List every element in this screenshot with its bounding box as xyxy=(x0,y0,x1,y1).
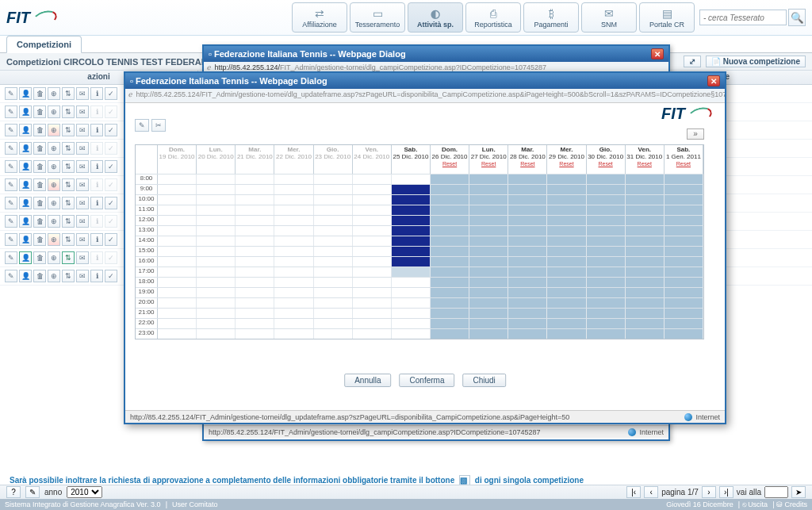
row-action[interactable]: 🗑 xyxy=(33,105,46,118)
row-action[interactable]: ✓ xyxy=(105,124,117,136)
row-action[interactable]: ✎ xyxy=(5,105,17,118)
calendar-cell[interactable] xyxy=(547,185,586,194)
calendar-cell[interactable] xyxy=(626,174,665,184)
calendar-cell[interactable] xyxy=(158,226,197,236)
close-icon[interactable]: ✕ xyxy=(707,75,720,86)
calendar-reset-link[interactable]: Reset xyxy=(547,161,585,167)
calendar-cell[interactable] xyxy=(547,309,586,318)
calendar-cell[interactable] xyxy=(236,278,274,287)
row-action[interactable]: ✎ xyxy=(5,270,17,282)
row-action[interactable]: ⇅ xyxy=(62,251,75,264)
calendar-cell[interactable] xyxy=(392,216,431,225)
row-action[interactable]: ⊕ xyxy=(48,270,60,282)
calendar-cell[interactable] xyxy=(236,288,274,297)
calendar-cell[interactable] xyxy=(392,236,431,246)
pager-prev[interactable]: ‹ xyxy=(644,486,658,498)
calendar-cell[interactable] xyxy=(547,226,586,236)
calendar-cell[interactable] xyxy=(587,309,626,318)
calendar-cell[interactable] xyxy=(626,288,665,297)
calendar-cell[interactable] xyxy=(469,257,508,267)
calendar-cell[interactable] xyxy=(353,257,392,267)
calendar-cell[interactable] xyxy=(314,174,353,184)
calendar-cell[interactable] xyxy=(274,195,313,205)
calendar-cell[interactable] xyxy=(158,257,197,267)
row-action[interactable]: 🗑 xyxy=(33,215,46,228)
calendar-cell[interactable] xyxy=(547,298,586,308)
calendar-cell[interactable] xyxy=(587,216,626,225)
pager-next[interactable]: › xyxy=(702,486,716,498)
calendar-cell[interactable] xyxy=(197,216,236,225)
calendar-cell[interactable] xyxy=(431,267,469,277)
calendar-cell[interactable] xyxy=(197,288,236,297)
calendar-cell[interactable] xyxy=(392,319,431,328)
calendar-cell[interactable] xyxy=(469,278,508,287)
calendar-cell[interactable] xyxy=(274,247,313,256)
calendar-cell[interactable] xyxy=(587,174,626,184)
calendar-cell[interactable] xyxy=(158,174,197,184)
calendar-cell[interactable] xyxy=(626,205,665,215)
inner-tool-filter[interactable]: ✂ xyxy=(151,119,166,132)
calendar-reset-link[interactable]: Reset xyxy=(626,161,664,167)
calendar-cell[interactable] xyxy=(665,247,703,256)
goto-button[interactable]: ➤ xyxy=(791,486,806,498)
calendar-reset-link[interactable]: Reset xyxy=(587,161,625,167)
calendar-cell[interactable] xyxy=(587,267,626,277)
calendar-cell[interactable] xyxy=(547,329,586,339)
filter-button[interactable]: ✎ xyxy=(25,486,40,498)
row-action[interactable]: ℹ xyxy=(90,178,103,191)
calendar-cell[interactable] xyxy=(547,174,586,184)
calendar-cell[interactable] xyxy=(587,257,626,267)
row-action[interactable]: ✎ xyxy=(5,233,17,246)
calendar-cell[interactable] xyxy=(392,195,431,205)
calendar-cell[interactable] xyxy=(547,247,586,256)
calendar-cell[interactable] xyxy=(665,185,703,194)
calendar-cell[interactable] xyxy=(158,288,197,297)
calendar-cell[interactable] xyxy=(158,205,197,215)
calendar-cell[interactable] xyxy=(469,309,508,318)
calendar-cell[interactable] xyxy=(236,319,274,328)
row-action[interactable]: ✎ xyxy=(5,124,17,136)
calendar-cell[interactable] xyxy=(665,257,703,267)
row-action[interactable]: 👤 xyxy=(19,105,32,118)
calendar-reset-link[interactable]: Reset xyxy=(469,161,508,167)
calendar-cell[interactable] xyxy=(353,174,392,184)
row-action[interactable]: ℹ xyxy=(90,105,103,118)
calendar-cell[interactable] xyxy=(431,278,469,287)
row-action[interactable]: 🗑 xyxy=(33,142,46,155)
row-action[interactable]: ✓ xyxy=(105,270,117,282)
calendar-cell[interactable] xyxy=(469,236,508,246)
calendar-cell[interactable] xyxy=(314,247,353,256)
calendar-cell[interactable] xyxy=(665,236,703,246)
row-action[interactable]: ⊕ xyxy=(48,142,60,155)
calendar-cell[interactable] xyxy=(197,226,236,236)
footer-credits[interactable]: Credits xyxy=(784,500,807,508)
pager-last[interactable]: ›| xyxy=(719,486,733,498)
calendar-cell[interactable] xyxy=(508,174,547,184)
row-action[interactable]: ✎ xyxy=(5,178,17,191)
calendar-cell[interactable] xyxy=(197,257,236,267)
calendar-cell[interactable] xyxy=(197,278,236,287)
row-action[interactable]: 🗑 xyxy=(33,160,46,173)
calendar-cell[interactable] xyxy=(587,278,626,287)
row-action[interactable]: 👤 xyxy=(19,178,32,191)
row-action[interactable]: ℹ xyxy=(90,197,103,209)
row-action[interactable]: ⇅ xyxy=(62,87,75,100)
row-action[interactable]: ✉ xyxy=(76,142,89,155)
calendar-cell[interactable] xyxy=(469,216,508,225)
row-action[interactable]: ⇅ xyxy=(62,178,75,191)
calendar-cell[interactable] xyxy=(314,309,353,318)
calendar-cell[interactable] xyxy=(587,236,626,246)
calendar-cell[interactable] xyxy=(158,319,197,328)
calendar-cell[interactable] xyxy=(197,236,236,246)
calendar-cell[interactable] xyxy=(587,329,626,339)
calendar-cell[interactable] xyxy=(431,226,469,236)
calendar-cell[interactable] xyxy=(431,319,469,328)
calendar-cell[interactable] xyxy=(353,195,392,205)
calendar-cell[interactable] xyxy=(665,195,703,205)
calendar-cell[interactable] xyxy=(274,319,313,328)
calendar-cell[interactable] xyxy=(236,216,274,225)
row-action[interactable]: 👤 xyxy=(19,160,32,173)
calendar-cell[interactable] xyxy=(431,205,469,215)
calendar-cell[interactable] xyxy=(547,216,586,225)
calendar-cell[interactable] xyxy=(587,195,626,205)
